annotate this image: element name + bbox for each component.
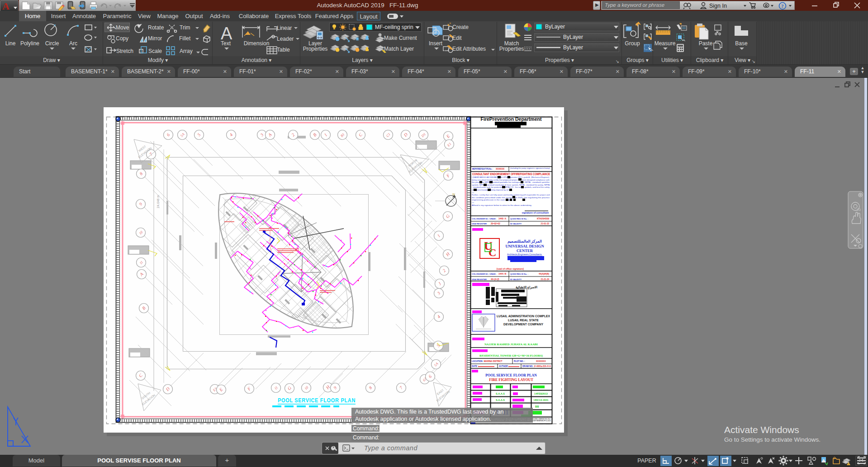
svg-text:UDA REGISTER: UDA REGISTER xyxy=(472,223,487,225)
svg-text:signature of consultant: signature of consultant xyxy=(522,211,549,214)
svg-text:2=AKKa-22A-4=A: 2=AKKa-22A-4=A xyxy=(534,365,551,367)
svg-text:MF-ceiling sprin: MF-ceiling sprin xyxy=(375,24,413,30)
svg-text:1448 / A: 1448 / A xyxy=(498,218,507,220)
svg-text:DATE :: DATE : xyxy=(472,365,479,367)
svg-text:the condition prescribed unde: the condition prescribed under the exist… xyxy=(472,196,550,199)
svg-text:FirePrevention Department: FirePrevention Department xyxy=(481,116,542,122)
svg-text:24.046 m: 24.046 m xyxy=(157,195,160,208)
svg-text:Affixed is my signature below: Affixed is my signature below to attest … xyxy=(472,204,532,206)
svg-text:QCDD REG ID No. :: QCDD REG ID No. : xyxy=(510,273,529,275)
svg-text:LUSAIL ADMINISTRATION COMPLEX: LUSAIL ADMINISTRATION COMPLEX xyxy=(497,315,550,318)
svg-text:44=(4=(5: 44=(4=(5 xyxy=(491,278,499,281)
svg-text:ByLayer: ByLayer xyxy=(563,34,583,40)
svg-text:1444 / B: 1444 / B xyxy=(498,273,507,275)
svg-text:CIVIL ENGINEER NO. / GRADE :: CIVIL ENGINEER NO. / GRADE : xyxy=(472,218,497,220)
svg-text:[seal of office signature]: [seal of office signature] xyxy=(497,267,524,270)
svg-text:LUSAIL REAL STATE: LUSAIL REAL STATE xyxy=(508,319,539,322)
svg-text:POOL SERVICE FLOOR PLAN: POOL SERVICE FLOOR PLAN xyxy=(485,373,537,377)
svg-text:FIRE FIGHTING LAYOUT: FIRE FIGHTING LAYOUT xyxy=(489,378,533,382)
svg-text:(including fire pump engineers: (including fire pump engineers signature… xyxy=(510,167,550,169)
svg-text:UDA REGISTER: UDA REGISTER xyxy=(472,278,487,281)
svg-text:>>: >> xyxy=(472,191,474,194)
svg-text:Further, i certify that i am f: Further, i certify that i am fully aware… xyxy=(472,194,550,196)
svg-text:KTA0594309: KTA0594309 xyxy=(537,218,549,220)
svg-text:44(A)94(B): 44(A)94(B) xyxy=(539,273,549,275)
svg-text:14FEB2013: 14FEB2013 xyxy=(534,392,548,395)
svg-text:being consultant hereby certif: being consultant hereby certify that pro… xyxy=(472,179,550,181)
svg-text:- standard water tank fi: - standard water tank fire protection , … xyxy=(472,186,550,188)
svg-text:PLOT NO. :: PLOT NO. : xyxy=(514,360,525,362)
svg-text:LOCATION :: LOCATION : xyxy=(472,360,484,362)
svg-text:S.A.A.S: S.A.A.S xyxy=(496,399,505,401)
svg-text:UNIVERSAL DESIGN: UNIVERSAL DESIGN xyxy=(505,244,544,248)
svg-text:CENTER: CENTER xyxy=(517,248,533,253)
svg-text:QCDD REG ID No. :: QCDD REG ID No. : xyxy=(510,218,529,220)
svg-text:NAJJER RASHED JUHAYA AL KAABI: NAJJER RASHED JUHAYA AL KAABI xyxy=(484,343,538,346)
svg-text:21-21-24: 21-21-24 xyxy=(541,278,550,281)
svg-text:XXXXXX: XXXXXX xyxy=(496,168,505,170)
svg-text:ByLayer: ByLayer xyxy=(545,24,565,30)
svg-text:Architects,Engineers,Consultan: Architects,Engineers,Consultants. xyxy=(507,253,542,256)
svg-text:DRAW NO. :: DRAW NO. : xyxy=(522,365,535,367)
svg-text:ByLayer: ByLayer xyxy=(563,44,583,51)
svg-text:XXXXXXX: XXXXXXX xyxy=(536,360,546,362)
svg-text:RESIDENTIAL TOWER GB+G+M+16 FL: RESIDENTIAL TOWER GB+G+M+16 FLOORS) xyxy=(479,354,543,357)
svg-text:DEVELOPMENT COMPANY: DEVELOPMENT COMPANY xyxy=(503,323,543,326)
svg-text:the provision NFPA standar: the provision NFPA standard portable fir… xyxy=(472,181,550,183)
svg-text:CONSULTANT ENDORSEMENT OFFIREF: CONSULTANT ENDORSEMENT OFFIREFIGHTING CO… xyxy=(472,172,550,176)
svg-text:S.A.A.S: S.A.A.S xyxy=(496,392,505,395)
svg-text:regulations/standards being im: regulations/standards being imposed by Q… xyxy=(472,189,512,191)
svg-text:POOL SERVICE FLOOR PLAN: POOL SERVICE FLOOR PLAN xyxy=(278,397,356,404)
svg-text:Sign In: Sign In xyxy=(709,3,727,9)
svg-text:UDC13-1641: UDC13-1641 xyxy=(534,399,549,401)
svg-text:المركز العالمىللتصميم: المركز العالمىللتصميم xyxy=(508,239,542,244)
svg-text:2D: 2D xyxy=(857,208,861,211)
svg-text:AUTHOR :: AUTHOR : xyxy=(499,365,509,367)
svg-text:00: 00 xyxy=(535,405,539,409)
svg-text:I (SAHER ABDULLAH SHUBAIT), w: I (SAHER ABDULLAH SHUBAIT), with UPDA re… xyxy=(472,176,550,178)
svg-text:N: N xyxy=(452,192,455,196)
svg-text:MEP/FIREFIGHT PS No. :: MEP/FIREFIGHT PS No. : xyxy=(472,168,493,170)
svg-text:21-01-22: 21-01-22 xyxy=(541,223,550,225)
svg-text:MARINA DISTRICT: MARINA DISTRICT xyxy=(484,360,503,362)
svg-text:20=02=02: 20=02=02 xyxy=(491,223,500,225)
svg-text:ID VALIDITY: ID VALIDITY xyxy=(510,223,522,225)
svg-text:CIVIL ENGINEER NO. / GRADE :: CIVIL ENGINEER NO. / GRADE : xyxy=(472,273,497,275)
svg-text:>>: >> xyxy=(472,201,474,204)
svg-text:ID VALIDITY: ID VALIDITY xyxy=(510,278,522,281)
svg-text:system, NFPA - standard s: system, NFPA - standard stand pipe & hos… xyxy=(472,184,550,186)
svg-text:C: C xyxy=(489,247,496,258)
svg-text:?: ? xyxy=(781,3,784,9)
